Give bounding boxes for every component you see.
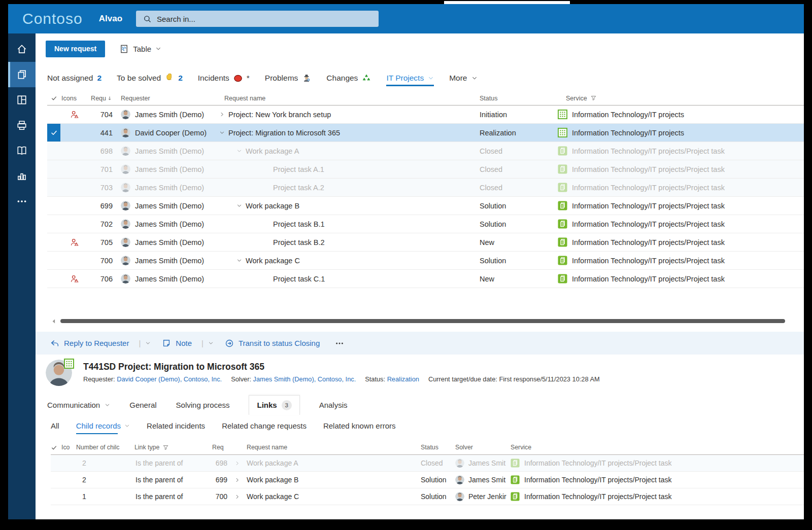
header-status[interactable]: Status — [471, 95, 558, 102]
subtab-related-change-requests[interactable]: Related change requests — [222, 421, 307, 434]
tab-solving-process[interactable]: Solving process — [176, 401, 230, 409]
header-service[interactable]: Service — [558, 95, 804, 102]
subtab-related-known-errors[interactable]: Related known errors — [323, 421, 396, 434]
table-row-selected[interactable]: 441 David Cooper (Demo) Project: Migrati… — [47, 124, 804, 142]
reply-options-chevron-icon[interactable] — [145, 340, 151, 346]
expand-chevron-right-icon[interactable] — [234, 494, 240, 500]
link-row[interactable]: 2 Is the parent of 698 Work package A Cl… — [51, 455, 804, 472]
person-alert-icon — [70, 238, 79, 247]
note-icon — [162, 339, 171, 348]
tab-to-be-solved[interactable]: To be solved 2 — [117, 74, 183, 90]
table-row[interactable]: 698 James Smith (Demo) Work package A Cl… — [47, 142, 804, 160]
header-icons[interactable]: Ico — [51, 444, 76, 451]
subtab-related-incidents[interactable]: Related incidents — [147, 421, 205, 434]
new-request-button[interactable]: New request — [46, 41, 105, 57]
header-req[interactable]: Req — [212, 444, 227, 451]
sidebar-item-dashboard[interactable] — [8, 87, 36, 113]
search-icon — [143, 15, 152, 23]
row-checkbox[interactable] — [47, 252, 60, 269]
header-request-name[interactable]: Request name — [247, 444, 414, 451]
ellipsis-icon — [335, 339, 344, 348]
tab-links[interactable]: Links 3 — [249, 395, 299, 415]
note-options-chevron-icon[interactable] — [208, 340, 214, 346]
sidebar-item-home[interactable] — [8, 37, 36, 62]
row-checkbox[interactable] — [47, 215, 60, 233]
collapse-chevron-down-icon[interactable] — [236, 203, 242, 208]
solver-link[interactable]: James Smith (Demo), Contoso, Inc. — [253, 375, 356, 383]
sidebar-item-knowledge[interactable] — [8, 138, 36, 163]
row-checkbox[interactable] — [47, 233, 60, 251]
scrollbar-thumb[interactable] — [60, 319, 785, 323]
tab-changes[interactable]: Changes — [326, 74, 371, 90]
collapse-chevron-down-icon[interactable] — [236, 258, 242, 263]
row-checkbox[interactable] — [47, 197, 60, 215]
link-row[interactable]: 2 Is the parent of 699 Work package B So… — [51, 472, 804, 488]
table-row[interactable]: 702 James Smith (Demo) Project task B.1 … — [47, 215, 804, 233]
avatar — [455, 458, 464, 468]
subtab-all[interactable]: All — [51, 421, 59, 434]
tab-analysis[interactable]: Analysis — [319, 401, 348, 409]
expand-chevron-right-icon[interactable] — [234, 461, 240, 466]
requester-link[interactable]: David Cooper (Demo), Contoso, Inc. — [117, 375, 222, 383]
view-selector[interactable]: Table — [119, 44, 161, 54]
row-checkbox[interactable] — [47, 270, 60, 288]
tab-more[interactable]: More — [449, 74, 477, 90]
header-icons[interactable]: Icons — [47, 95, 89, 102]
request-avatar — [46, 360, 72, 386]
sidebar-item-reports[interactable] — [8, 163, 36, 189]
ellipsis-icon — [16, 196, 27, 207]
links-table-header: Ico Number of chilc Link type Req Reques… — [51, 440, 804, 455]
scroll-left-arrow-icon[interactable] — [51, 318, 57, 325]
collapse-chevron-down-icon[interactable] — [236, 148, 242, 154]
tab-problems[interactable]: Problems — [265, 74, 311, 90]
row-checkbox-checked[interactable] — [47, 124, 60, 142]
table-row[interactable]: 700 James Smith (Demo) Work package C So… — [47, 252, 804, 270]
request-meta: Requester: David Cooper (Demo), Contoso,… — [83, 375, 600, 383]
header-requester[interactable]: Requester — [113, 95, 213, 102]
table-row[interactable]: 701 James Smith (Demo) Project task A.1 … — [47, 160, 804, 179]
tab-it-projects[interactable]: IT Projects — [386, 74, 434, 90]
header-link-type[interactable]: Link type — [134, 444, 212, 451]
row-checkbox[interactable] — [47, 160, 60, 178]
header-status[interactable]: Status — [414, 444, 455, 451]
chevron-down-icon — [124, 423, 130, 429]
header-request-name[interactable]: Request name — [213, 95, 471, 102]
transit-status-button[interactable]: Transit to status Closing — [222, 338, 323, 348]
table-row[interactable]: 703 James Smith (Demo) Project task A.2 … — [47, 179, 804, 197]
table-row[interactable]: 706 James Smith (Demo) Project task C.1 … — [47, 270, 804, 288]
search-placeholder: Search in... — [157, 15, 195, 23]
row-checkbox[interactable] — [47, 179, 60, 196]
service-projects-icon — [558, 128, 567, 137]
reply-to-requester-button[interactable]: Reply to Requester — [47, 338, 132, 348]
header-solver[interactable]: Solver — [455, 444, 507, 451]
avatar — [121, 183, 130, 192]
header-number-of-children[interactable]: Number of chilc — [76, 444, 134, 451]
row-checkbox[interactable] — [47, 142, 60, 160]
table-row[interactable]: 704 James Smith (Demo) Project: New York… — [47, 105, 804, 124]
service-task-icon — [511, 475, 520, 484]
table-row[interactable]: 705 James Smith (Demo) Project task B.2 … — [47, 233, 804, 252]
tab-incidents[interactable]: Incidents * — [198, 74, 250, 90]
tab-count: 2 — [178, 74, 183, 83]
search-input[interactable]: Search in... — [136, 11, 379, 27]
header-service[interactable]: Service — [507, 444, 804, 451]
avatar — [121, 256, 130, 265]
sidebar-item-more[interactable] — [8, 189, 36, 214]
header-request-number[interactable]: Requ — [89, 95, 113, 102]
note-button[interactable]: Note — [159, 338, 195, 348]
status-value[interactable]: Realization — [387, 375, 419, 383]
tab-not-assigned[interactable]: Not assigned 2 — [47, 74, 101, 90]
collapse-chevron-down-icon[interactable] — [219, 130, 225, 135]
link-row[interactable]: 1 Is the parent of 700 Work package C So… — [51, 488, 804, 505]
row-checkbox[interactable] — [47, 105, 60, 123]
horizontal-scrollbar[interactable] — [51, 319, 785, 324]
tab-communication[interactable]: Communication — [47, 401, 110, 409]
expand-chevron-right-icon[interactable] — [234, 477, 240, 483]
sidebar-item-print[interactable] — [8, 113, 36, 138]
subtab-child-records[interactable]: Child records — [76, 421, 130, 434]
sidebar-item-requests[interactable] — [8, 62, 36, 87]
table-row[interactable]: 699 James Smith (Demo) Work package B So… — [47, 197, 804, 215]
more-actions-button[interactable] — [332, 338, 347, 348]
tab-general[interactable]: General — [129, 401, 156, 409]
expand-chevron-right-icon[interactable] — [219, 112, 225, 117]
